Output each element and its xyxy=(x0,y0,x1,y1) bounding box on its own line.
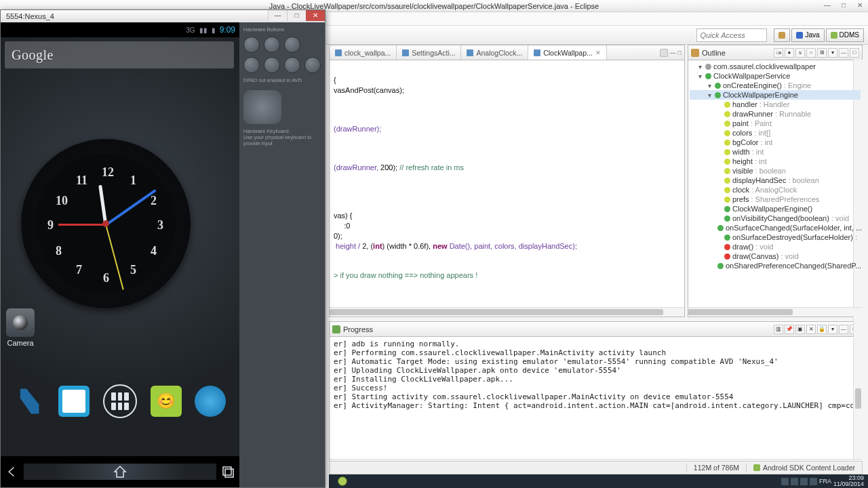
maximize-button[interactable]: □ xyxy=(835,0,852,11)
hide-nonpublic-icon[interactable]: ○ xyxy=(806,48,816,58)
tray-icon[interactable] xyxy=(800,478,808,485)
outline-node[interactable]: width : int xyxy=(690,147,861,157)
scroll-lock-icon[interactable]: 🔒 xyxy=(817,325,827,334)
progress-view: Progress ▥ 📌 ▣ ✕ 🔒 ▾ — □ er] adb is runn… xyxy=(329,321,863,469)
google-search-bar[interactable]: Google xyxy=(5,41,234,68)
quick-access-input[interactable] xyxy=(696,28,767,42)
hide-static-icon[interactable]: s xyxy=(795,48,805,58)
minimize-button[interactable]: — xyxy=(268,10,287,21)
outline-node[interactable]: colors : int[] xyxy=(690,128,861,138)
red-hand xyxy=(58,224,106,226)
outline-node[interactable]: ▾com.ssaurel.clocklivewallpaper xyxy=(690,62,861,71)
maximize-button[interactable]: □ xyxy=(287,10,306,21)
outline-icon xyxy=(691,49,699,57)
minimize-view-icon[interactable]: — xyxy=(670,49,676,56)
app-drawer-icon[interactable] xyxy=(103,384,137,418)
outline-node[interactable]: onSurfaceDestroyed(SurfaceHolder) : xyxy=(690,232,861,242)
outline-node[interactable]: paint : Paint xyxy=(690,119,861,128)
home-button[interactable] xyxy=(24,464,216,480)
minimize-view-icon[interactable]: — xyxy=(839,48,848,58)
contacts-app-icon[interactable] xyxy=(58,386,90,417)
code-editor[interactable]: { vasAndPost(canvas); (drawRunner); (dra… xyxy=(330,60,684,307)
display-console-icon[interactable]: ▣ xyxy=(795,325,805,334)
clear-console-icon[interactable]: ✕ xyxy=(806,325,816,334)
outline-node[interactable]: draw(Canvas) : void xyxy=(690,251,861,261)
home-screen[interactable]: Google 12 1 2 3 4 5 6 7 8 9 10 xyxy=(1,37,239,456)
close-button[interactable]: ✕ xyxy=(306,10,325,21)
horizontal-scrollbar[interactable] xyxy=(688,307,862,317)
outline-node[interactable]: ▾ClockWallpaperService xyxy=(690,71,861,81)
emulator-window: 5554:Nexus_4 — □ ✕ 3G ▮▮ ▮ 9:09 Google 1… xyxy=(0,9,326,488)
close-button[interactable]: ✕ xyxy=(852,0,868,11)
horizontal-scrollbar[interactable] xyxy=(330,307,684,317)
outline-node[interactable]: onSharedPreferenceChanged(SharedP... xyxy=(690,261,861,270)
open-perspective-button[interactable] xyxy=(774,28,790,42)
file-icon xyxy=(402,49,409,56)
outline-node[interactable]: draw() : void xyxy=(690,242,861,251)
back-button[interactable] xyxy=(1,464,24,480)
analog-clock-widget[interactable]: 12 1 2 3 4 5 6 7 8 9 10 11 xyxy=(21,139,191,308)
hw-search-button[interactable] xyxy=(304,57,321,73)
pin-console-icon[interactable]: 📌 xyxy=(785,325,794,334)
android-nav-bar xyxy=(1,456,239,487)
outline-node[interactable]: handler : Handler xyxy=(690,100,861,109)
tray-lang[interactable]: FRA xyxy=(819,478,831,485)
focus-icon[interactable]: ⊞ xyxy=(817,48,827,58)
emulator-title-text: 5554:Nexus_4 xyxy=(6,12,54,20)
emulator-titlebar[interactable]: 5554:Nexus_4 — □ ✕ xyxy=(1,10,325,22)
editor-tab[interactable]: clock_wallpa... xyxy=(330,45,397,60)
tray-icon[interactable] xyxy=(781,478,789,485)
progress-title: Progress xyxy=(343,325,771,333)
editor-tab[interactable]: AnalogClock... xyxy=(461,45,528,60)
outline-node[interactable]: ▾ClockWallpaperEngine xyxy=(690,90,861,100)
outline-node[interactable]: onVisibilityChanged(boolean) : void xyxy=(690,214,861,223)
hw-back-button[interactable] xyxy=(243,37,260,53)
toggle-breadcrumb-icon[interactable] xyxy=(660,49,668,57)
browser-app-icon[interactable] xyxy=(195,386,226,417)
outline-node[interactable]: ClockWallpaperEngine() xyxy=(690,204,861,214)
hw-power-button[interactable] xyxy=(284,57,300,73)
tray-icon[interactable] xyxy=(791,478,798,485)
outline-node[interactable]: prefs : SharedPreferences xyxy=(690,195,861,204)
camera-app-icon[interactable]: Camera xyxy=(3,308,37,347)
hw-home-button[interactable] xyxy=(284,37,300,53)
ddms-perspective-button[interactable]: DDMS xyxy=(826,28,864,42)
system-tray[interactable]: FRA 23:0911/09/2014 xyxy=(781,475,868,487)
messaging-app-icon[interactable] xyxy=(151,386,182,417)
outline-node[interactable]: clock : AnalogClock xyxy=(690,185,861,195)
phone-screen: 3G ▮▮ ▮ 9:09 Google 12 1 2 3 4 5 6 xyxy=(1,22,239,487)
java-perspective-button[interactable]: Java xyxy=(791,28,824,42)
console-select-icon[interactable]: ▥ xyxy=(774,325,783,334)
outline-node[interactable]: displayHandSec : boolean xyxy=(690,176,861,185)
heap-status[interactable]: 112M of 786M xyxy=(686,464,746,472)
editor-tab-active[interactable]: ClockWallpap...✕ xyxy=(528,45,607,60)
hide-fields-icon[interactable]: ● xyxy=(785,48,794,58)
console-output[interactable]: er] adb is running normally. er] Perform… xyxy=(330,337,862,459)
maximize-view-icon[interactable]: □ xyxy=(678,49,682,56)
close-tab-icon[interactable]: ✕ xyxy=(595,49,601,56)
editor-tab[interactable]: SettingsActi... xyxy=(397,45,461,60)
phone-app-icon[interactable] xyxy=(14,386,45,417)
sort-icon[interactable]: ↓a xyxy=(774,48,783,58)
taskbar-app[interactable] xyxy=(329,474,356,488)
google-logo: Google xyxy=(12,47,54,63)
hw-hangup-button[interactable] xyxy=(264,57,280,73)
view-menu-icon[interactable]: ▾ xyxy=(828,325,837,334)
tray-icon[interactable] xyxy=(810,478,817,485)
hw-menu-button[interactable] xyxy=(264,37,280,53)
outline-node[interactable]: ▾onCreateEngine() : Engine xyxy=(690,81,861,90)
outline-node[interactable]: visible : boolean xyxy=(690,166,861,176)
hw-call-button[interactable] xyxy=(243,57,260,73)
outline-node[interactable]: bgColor : int xyxy=(690,138,861,147)
outline-node[interactable]: onSurfaceChanged(SurfaceHolder, int, ... xyxy=(690,223,861,232)
outline-node[interactable]: drawRunner : Runnable xyxy=(690,109,861,119)
android-status-bar[interactable]: 3G ▮▮ ▮ 9:09 xyxy=(1,22,239,37)
minimize-view-icon[interactable]: — xyxy=(839,325,848,334)
outline-node[interactable]: height : int xyxy=(690,157,861,166)
maximize-view-icon[interactable]: □ xyxy=(850,48,859,58)
minimize-button[interactable]: — xyxy=(819,0,835,11)
outline-tree[interactable]: ▾com.ssaurel.clocklivewallpaper▾ClockWal… xyxy=(688,60,862,307)
recents-button[interactable] xyxy=(216,464,239,480)
view-menu-icon[interactable]: ▾ xyxy=(828,48,837,58)
android-icon xyxy=(753,464,760,471)
